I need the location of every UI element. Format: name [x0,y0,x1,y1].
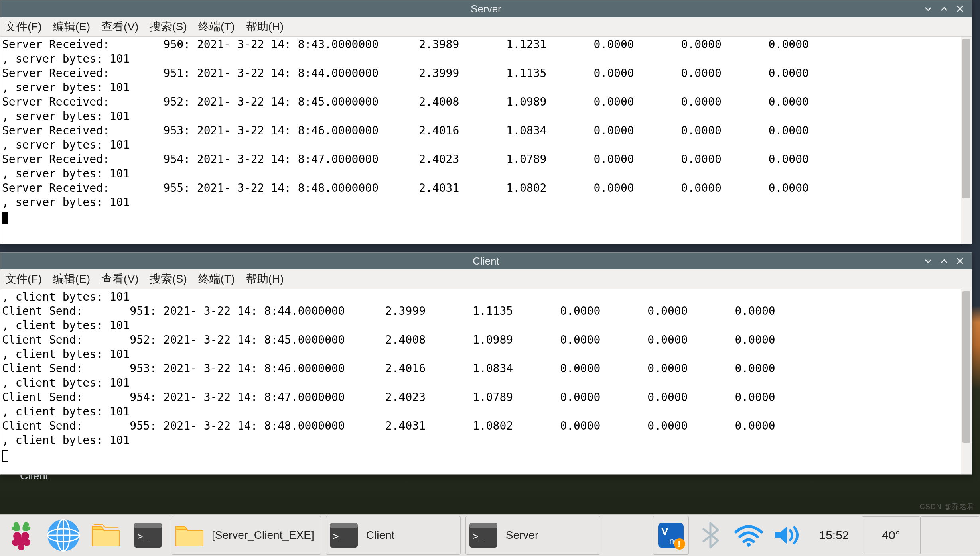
taskbar-item-folder[interactable]: [Server_Client_EXE] [172,516,321,555]
wifi-icon[interactable] [731,516,766,554]
maximize-icon[interactable] [940,257,948,265]
svg-rect-18 [469,523,497,528]
menu-help[interactable]: 帮助(H) [246,19,284,34]
menu-edit[interactable]: 编辑(E) [53,19,90,34]
raspberry-pi-menu-icon[interactable] [2,516,41,554]
client-scrollbar-thumb[interactable] [962,291,970,443]
taskbar-item-client-label: Client [366,529,395,542]
clock[interactable]: 15:52 [806,516,862,554]
taskbar-item-folder-label: [Server_Client_EXE] [212,529,314,542]
folder-icon [172,516,207,554]
menu-search[interactable]: 搜索(S) [150,19,187,34]
menu-view[interactable]: 查看(V) [101,19,138,34]
terminal-launcher-icon[interactable]: >_ [128,516,168,554]
vnc-server-icon[interactable]: V nc ! [653,516,689,555]
svg-rect-12 [134,523,162,528]
svg-rect-15 [330,523,358,528]
taskbar-item-server[interactable]: >_ Server [465,516,600,555]
server-menubar: 文件(F) 编辑(E) 查看(V) 搜索(S) 终端(T) 帮助(H) [0,17,972,37]
menu-help[interactable]: 帮助(H) [246,271,284,287]
svg-text:!: ! [678,539,680,549]
server-titlebar[interactable]: Server [0,0,972,17]
svg-text:>_: >_ [333,531,345,542]
menu-terminal[interactable]: 终端(T) [198,19,235,34]
maximize-icon[interactable] [940,4,948,13]
svg-point-4 [23,539,30,546]
terminal-cursor [2,450,8,462]
client-window[interactable]: Client 文件(F) 编辑(E) 查看(V) 搜索(S) 终端(T) 帮助(… [0,252,972,475]
taskbar-item-client[interactable]: >_ Client [326,516,461,555]
server-terminal-output[interactable]: Server Received: 950: 2021- 3-22 14: 8:4… [0,37,961,244]
server-title-text: Server [471,3,501,15]
svg-text:>_: >_ [137,531,149,542]
terminal-icon: >_ [466,516,501,554]
server-scrollbar-thumb[interactable] [962,39,970,198]
watermark: CSDN @乔老君 [920,502,974,511]
taskbar: >_ [Server_Client_EXE] >_ Client >_ [0,514,980,556]
menu-view[interactable]: 查看(V) [101,271,138,287]
terminal-icon: >_ [326,516,361,554]
server-window[interactable]: Server 文件(F) 编辑(E) 查看(V) 搜索(S) 终端(T) 帮助(… [0,0,972,244]
client-title-text: Client [473,255,499,267]
cpu-temp-value: 40° [862,516,921,554]
cpu-temp-widget[interactable]: 40° [862,516,980,554]
file-manager-icon[interactable] [86,516,125,554]
menu-terminal[interactable]: 终端(T) [198,271,235,287]
svg-point-5 [18,544,24,550]
client-menubar: 文件(F) 编辑(E) 查看(V) 搜索(S) 终端(T) 帮助(H) [0,269,972,289]
svg-text:V: V [661,526,668,538]
web-browser-icon[interactable] [44,516,83,554]
server-scrollbar[interactable] [961,37,972,244]
menu-file[interactable]: 文件(F) [5,271,42,287]
svg-point-25 [747,543,751,547]
menu-edit[interactable]: 编辑(E) [53,271,90,287]
minimize-icon[interactable] [924,257,933,265]
client-scrollbar[interactable] [961,289,972,474]
close-icon[interactable] [956,4,964,13]
terminal-cursor [2,212,8,224]
close-icon[interactable] [956,257,964,265]
menu-file[interactable]: 文件(F) [5,19,42,34]
menu-search[interactable]: 搜索(S) [150,271,187,287]
bluetooth-icon[interactable] [693,516,728,554]
sound-icon[interactable] [769,516,805,554]
svg-point-3 [12,539,19,546]
client-titlebar[interactable]: Client [0,253,972,269]
cpu-temp-graph [920,516,980,554]
client-terminal-output[interactable]: , client bytes: 101 Client Send: 951: 20… [0,289,961,474]
svg-text:>_: >_ [473,531,484,542]
minimize-icon[interactable] [924,4,933,13]
taskbar-item-server-label: Server [506,529,538,542]
